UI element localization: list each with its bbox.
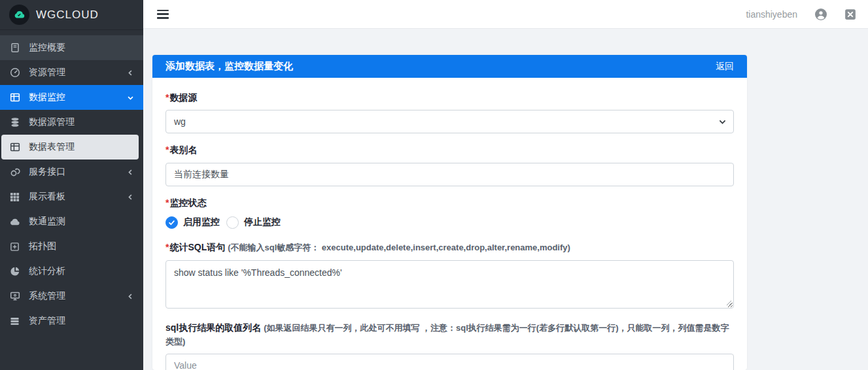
sidebar-item-asset-mgmt[interactable]: 资产管理 <box>0 309 143 333</box>
app-root: WGCLOUD 监控概要 资源管理 <box>0 0 868 370</box>
topbar: tianshiyeben <box>143 0 868 29</box>
sidebar-item-label: 数据表管理 <box>29 141 75 153</box>
status-label: *监控状态 <box>165 196 734 209</box>
table-icon <box>9 142 20 153</box>
hamburger-icon[interactable] <box>157 10 169 19</box>
radio-enable-monitoring[interactable]: 启用监控 <box>165 216 220 229</box>
add-table-form-card: 添加数据表，监控数据量变化 返回 *数据源 wg <box>152 55 747 370</box>
form-title: 添加数据表，监控数据量变化 <box>165 60 293 73</box>
chevron-left-icon <box>127 69 134 76</box>
cloud-logo-icon <box>9 5 29 25</box>
sidebar-item-label: 展示看板 <box>29 191 65 203</box>
sidebar-item-topology[interactable]: 拓扑图 <box>0 234 143 259</box>
sidebar-item-label: 系统管理 <box>29 290 65 302</box>
sidebar-item-label: 监控概要 <box>29 42 65 54</box>
sidebar-item-label: 资产管理 <box>29 315 65 327</box>
radio-stop-monitoring[interactable]: 停止监控 <box>226 216 281 229</box>
field-alias: *表别名 <box>165 143 734 186</box>
chevron-left-icon <box>127 193 134 201</box>
radio-checked-icon <box>165 216 178 229</box>
field-sql: *统计SQL语句 (不能输入sql敏感字符： execute,update,de… <box>165 241 734 311</box>
sidebar-item-label: 资源管理 <box>29 67 65 78</box>
field-status: *监控状态 启用监控 停止监控 <box>165 196 734 229</box>
topbar-right: tianshiyeben <box>746 8 856 21</box>
link-icon <box>9 167 20 178</box>
main-area: tianshiyeben 添加数据表，监控数据量变化 返回 *数据 <box>143 0 868 370</box>
alias-input[interactable] <box>165 163 734 186</box>
sidebar-item-label: 数据源管理 <box>29 116 75 128</box>
field-datasource: *数据源 wg <box>165 91 734 133</box>
sidebar-item-label: 服务接口 <box>29 166 65 178</box>
sidebar-item-datasource-mgmt[interactable]: 数据源管理 <box>0 110 143 135</box>
required-asterisk: * <box>165 197 169 208</box>
required-asterisk: * <box>165 92 169 103</box>
sidebar-item-resources[interactable]: 资源管理 <box>0 60 143 85</box>
sql-textarea-wrap: show status like '%Threads_connected%' <box>165 260 734 311</box>
x-square-icon[interactable] <box>844 8 856 20</box>
required-asterisk: * <box>165 144 169 155</box>
plus-square-icon <box>9 241 20 252</box>
chevron-left-icon <box>127 169 134 176</box>
server-icon <box>9 316 20 327</box>
chevron-left-icon <box>127 293 134 300</box>
cloud-icon <box>9 216 20 227</box>
datasource-select[interactable]: wg <box>165 110 734 133</box>
sql-label: *统计SQL语句 (不能输入sql敏感字符： execute,update,de… <box>165 241 734 254</box>
field-column: sql执行结果的取值列名 (如果返回结果只有一列，此处可不用填写 ，注意：sql… <box>165 321 734 370</box>
grid-icon <box>9 192 20 203</box>
status-radio-group: 启用监控 停止监控 <box>165 216 734 229</box>
sidebar-item-network-monitor[interactable]: 数通监测 <box>0 209 143 234</box>
table-icon <box>9 92 20 103</box>
database-icon <box>9 117 20 128</box>
sidebar: WGCLOUD 监控概要 资源管理 <box>0 0 143 370</box>
username[interactable]: tianshiyeben <box>746 9 797 20</box>
chevron-down-icon <box>127 94 134 101</box>
sidebar-item-dashboard[interactable]: 展示看板 <box>0 184 143 209</box>
radio-label: 启用监控 <box>183 216 220 228</box>
back-button[interactable]: 返回 <box>716 61 734 73</box>
journal-icon <box>9 42 20 54</box>
sidebar-nav: 监控概要 资源管理 数据监控 <box>0 30 143 333</box>
datasource-select-wrap: wg <box>165 110 734 133</box>
brand-name: WGCLOUD <box>36 8 99 22</box>
required-asterisk: * <box>165 242 169 252</box>
brand: WGCLOUD <box>0 0 143 30</box>
sidebar-item-system-mgmt[interactable]: 系统管理 <box>0 284 143 309</box>
sidebar-item-statistics[interactable]: 统计分析 <box>0 259 143 284</box>
sidebar-item-label: 数据监控 <box>29 92 65 103</box>
sidebar-item-overview[interactable]: 监控概要 <box>0 35 143 60</box>
column-input[interactable] <box>165 354 734 370</box>
card-header: 添加数据表，监控数据量变化 返回 <box>152 55 747 78</box>
content: 添加数据表，监控数据量变化 返回 *数据源 wg <box>143 29 868 370</box>
sidebar-item-label: 数通监测 <box>29 216 65 227</box>
pie-chart-icon <box>9 266 20 277</box>
sidebar-item-data-monitor[interactable]: 数据监控 <box>0 85 143 110</box>
sql-hint: (不能输入sql敏感字符： execute,update,delete,inse… <box>228 243 570 252</box>
display-icon <box>9 291 20 302</box>
sql-textarea[interactable]: show status like '%Threads_connected%' <box>165 260 734 309</box>
radio-label: 停止监控 <box>244 216 281 228</box>
sidebar-item-label: 统计分析 <box>29 265 65 277</box>
sidebar-item-datatable-mgmt[interactable]: 数据表管理 <box>1 135 139 160</box>
column-label: sql执行结果的取值列名 (如果返回结果只有一列，此处可不用填写 ，注意：sql… <box>165 321 734 348</box>
card-body: *数据源 wg *表别名 <box>152 78 747 370</box>
speedometer-icon <box>9 67 20 78</box>
person-circle-icon[interactable] <box>814 8 827 21</box>
alias-label: *表别名 <box>165 143 734 156</box>
datasource-label: *数据源 <box>165 91 734 104</box>
sidebar-item-service-api[interactable]: 服务接口 <box>0 160 143 184</box>
radio-unchecked-icon <box>226 216 239 229</box>
sidebar-item-label: 拓扑图 <box>29 241 56 252</box>
